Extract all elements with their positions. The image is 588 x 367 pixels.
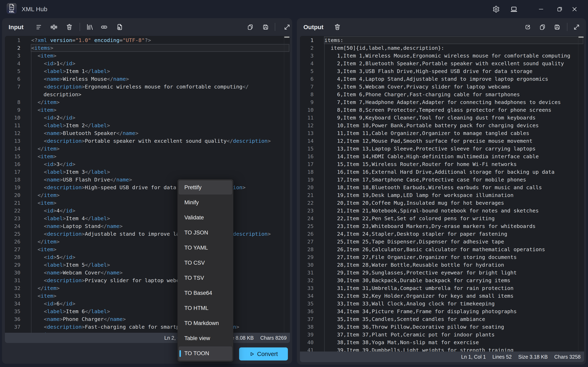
menu-item-table-view[interactable]: Table view <box>179 331 232 345</box>
code-line: 32,Item 32,Key Holder,Organizer for keys… <box>324 292 513 300</box>
display-mode-button[interactable] <box>508 0 520 18</box>
output-share-button[interactable] <box>522 18 534 36</box>
line-number: 31 <box>5 276 20 284</box>
code-line: </item> <box>31 284 60 292</box>
line-number: 35 <box>5 308 20 315</box>
input-copy-button[interactable] <box>245 18 256 36</box>
line-number: 7 <box>300 83 314 91</box>
settings-button[interactable] <box>490 0 502 18</box>
line-number: 23 <box>5 215 20 222</box>
menu-item-to-csv[interactable]: TO CSV <box>179 256 232 270</box>
menu-item-to-yaml[interactable]: TO YAML <box>179 241 232 255</box>
line-number: 2 <box>5 44 20 52</box>
line-number: 12 <box>5 129 20 137</box>
input-clear-button[interactable] <box>63 18 75 36</box>
code-line: 25,Item 25,Tape Dispenser,Dispenser for … <box>324 238 504 245</box>
line-number: 25 <box>5 230 20 238</box>
code-line: 28,Item 28,Water Bottle,Reusable bottle … <box>324 261 504 269</box>
code-line: <name>Laptop Stand</name> <box>31 222 123 230</box>
code-line: <item> <box>31 199 57 207</box>
active-line-highlight <box>324 36 583 44</box>
output-status-lines: Lines 52 <box>493 354 512 360</box>
line-number: 35 <box>300 300 314 308</box>
menu-item-minify[interactable]: Minify <box>179 196 232 210</box>
menu-item-to-markdown[interactable]: TO Markdown <box>179 316 232 330</box>
scrollbar-thumb[interactable] <box>284 36 290 38</box>
code-line: 24,Item 24,Stapler,Desktop stapler for p… <box>324 230 507 238</box>
line-number: 21 <box>5 199 20 207</box>
output-save-button[interactable] <box>552 18 563 36</box>
code-line: </item> <box>31 331 60 333</box>
menu-item-prettify[interactable]: Prettify <box>179 180 232 194</box>
code-line: </item> <box>31 145 60 152</box>
line-number: 24 <box>5 222 20 230</box>
line-number: 40 <box>300 338 314 346</box>
line-number: 5 <box>5 67 20 75</box>
scrollbar-thumb[interactable] <box>579 36 584 38</box>
line-number: 24 <box>300 215 314 222</box>
menu-item-to-json[interactable]: TO JSON <box>179 226 232 240</box>
line-number: 25 <box>300 222 314 230</box>
code-line: <name>Wireless Mouse</name> <box>31 75 129 83</box>
app-title: XML Hub <box>22 0 47 18</box>
line-number: 27 <box>300 238 314 245</box>
line-number: 33 <box>300 284 314 292</box>
input-toolbar: Input <box>2 18 292 36</box>
line-number: 28 <box>5 253 20 261</box>
code-line: 1,Item 1,Wireless Mouse,Ergonomic wirele… <box>324 52 570 59</box>
code-line: 4,Item 4,Laptop Stand,Adjustable stand t… <box>324 75 548 83</box>
load-url-button[interactable] <box>98 18 110 36</box>
line-number: 17 <box>5 168 20 176</box>
close-icon <box>571 6 578 12</box>
menu-item-label: TO Markdown <box>184 320 219 326</box>
format-button[interactable] <box>34 18 45 36</box>
active-line-highlight <box>31 44 289 52</box>
code-line: 10,Item 10,Power Bank,Portable battery p… <box>324 122 539 129</box>
samples-button[interactable] <box>84 18 95 36</box>
line-number: 13 <box>300 129 314 137</box>
code-line: <item> <box>31 152 57 160</box>
menu-item-to-html[interactable]: TO HTML <box>179 301 232 315</box>
line-number: 7 <box>5 83 20 91</box>
menu-item-label: Validate <box>184 215 204 221</box>
menu-item-to-toon[interactable]: TO TOON <box>179 346 232 360</box>
output-clear-button[interactable] <box>332 18 343 36</box>
minimize-button[interactable] <box>535 0 547 18</box>
menu-item-validate[interactable]: Validate <box>179 211 232 225</box>
code-line: </item> <box>31 238 60 245</box>
code-line: 37,Item 37,Plant Pot,Ceramic pot for ind… <box>324 331 495 338</box>
output-title: Output <box>303 18 323 36</box>
toolbar-divider <box>567 23 567 31</box>
output-expand-button[interactable] <box>571 18 582 36</box>
trash-icon <box>66 23 73 31</box>
app-icon: </> XML <box>7 3 17 14</box>
code-line: 11,Item 11,Cable Organizer,Organizer to … <box>324 129 529 137</box>
maximize-icon <box>557 6 563 12</box>
output-editor[interactable]: 1items:2 item[50]{id,label,name,descript… <box>300 36 584 362</box>
line-number: 1 <box>5 36 20 44</box>
close-button[interactable] <box>568 0 581 18</box>
code-line: 38,Item 38,Yoga Mat,Non-slip mat for exe… <box>324 338 479 346</box>
line-number: 8 <box>5 98 20 106</box>
line-number: 26 <box>300 230 314 238</box>
menu-item-to-tsv[interactable]: TO TSV <box>179 271 232 285</box>
input-editor[interactable]: 1<?xml version="1.0" encoding="UTF-8"?>2… <box>5 36 290 343</box>
code-line: 20,Item 20,Coffee Mug,Insulated mug for … <box>324 199 504 207</box>
code-line: <label>Item 6</label> <box>31 308 110 315</box>
minify-button[interactable] <box>48 18 60 36</box>
line-number: 37 <box>300 315 314 323</box>
convert-button[interactable]: Convert <box>239 347 288 360</box>
code-line: 8,Item 8,Screen Protector,Tempered glass… <box>324 106 551 114</box>
menu-item-label: TO CSV <box>184 260 205 266</box>
input-save-button[interactable] <box>260 18 271 36</box>
open-file-button[interactable] <box>114 18 125 36</box>
maximize-button[interactable] <box>553 0 566 18</box>
line-number: 36 <box>300 308 314 315</box>
line-number: 39 <box>300 331 314 338</box>
menu-item-to-base64[interactable]: TO Base64 <box>179 286 232 300</box>
file-import-icon <box>116 23 123 31</box>
input-expand-button[interactable] <box>281 18 293 36</box>
menu-item-label: Table view <box>184 335 210 342</box>
line-number: 6 <box>5 75 20 83</box>
output-copy-button[interactable] <box>537 18 548 36</box>
